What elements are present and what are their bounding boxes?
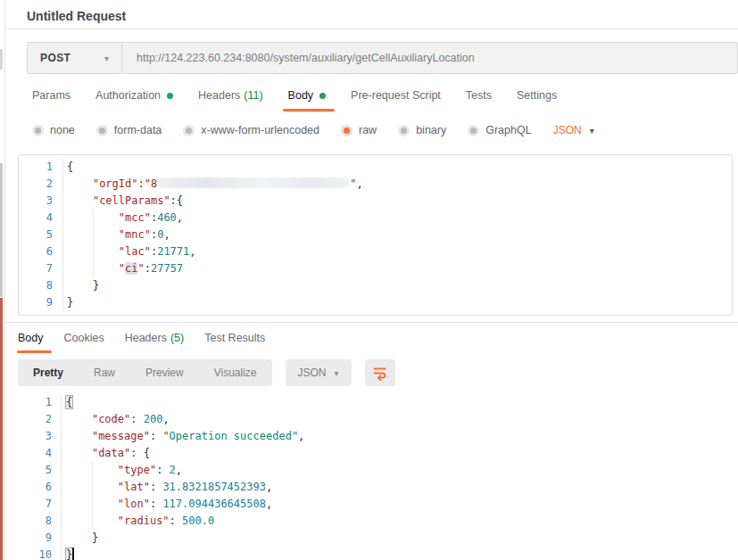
response-format-label: JSON	[298, 366, 327, 379]
response-tab-headers[interactable]: Headers(5)	[125, 332, 185, 346]
radio-binary[interactable]: binary	[398, 124, 446, 136]
code-line: 7 "ci":27757	[19, 260, 732, 277]
code-text: }	[53, 277, 99, 294]
line-number: 3	[18, 428, 52, 445]
code-text: "data": {	[52, 445, 150, 462]
radio-form-data[interactable]: form-data	[96, 124, 162, 136]
response-format-dropdown[interactable]: JSON ▾	[286, 359, 352, 386]
radio-graphql[interactable]: GraphQL	[468, 124, 531, 136]
response-view-mode-group: Pretty Raw Preview Visualize	[18, 359, 272, 386]
response-tab-cookies[interactable]: Cookies	[64, 332, 104, 346]
code-line: 6 "lat": 31.8321857452393,	[18, 479, 738, 496]
request-page: Untitled Request POST ▾ http://124.223.6…	[5, 0, 738, 560]
method-label: POST	[40, 52, 70, 64]
line-number: 2	[19, 176, 53, 193]
format-label: JSON	[553, 124, 582, 136]
tab-body[interactable]: Body	[288, 89, 327, 103]
radio-x-www-form-urlencoded[interactable]: x-www-form-urlencoded	[183, 124, 319, 136]
code-line: 6 "lac":21771,	[19, 243, 732, 260]
line-number: 5	[18, 462, 52, 479]
indent-guide	[93, 210, 94, 277]
code-text: "code": 200,	[52, 411, 170, 428]
radio-raw[interactable]: raw	[341, 124, 377, 136]
tab-tests[interactable]: Tests	[466, 89, 492, 103]
code-text: "mcc":460,	[53, 210, 183, 226]
code-line: 2 "code": 200,	[18, 411, 738, 428]
left-panel-orange-sliver	[0, 298, 3, 560]
request-body-editor[interactable]: 1{2 "orgId":"8",3 "cellParams":{4 "mcc":…	[18, 154, 733, 316]
redacted-value	[157, 177, 350, 188]
tab-headers[interactable]: Headers(11)	[198, 89, 263, 103]
code-line: 2 "orgId":"8",	[19, 176, 732, 193]
chevron-down-icon: ▾	[335, 368, 339, 378]
green-dot-icon	[167, 93, 173, 99]
request-title-row: Untitled Request	[5, 0, 738, 29]
request-url-bar: POST ▾ http://124.223.60.234:8080/system…	[27, 42, 738, 74]
chevron-down-icon: ▾	[590, 126, 594, 136]
response-tab-test-results[interactable]: Test Results	[204, 332, 265, 346]
code-text: }	[52, 547, 74, 560]
view-mode-visualize[interactable]: Visualize	[199, 359, 272, 386]
green-dot-icon	[319, 93, 326, 99]
method-dropdown[interactable]: POST ▾	[28, 43, 122, 73]
radio-icon	[183, 125, 195, 136]
code-text: "lat": 31.8321857452393,	[52, 479, 272, 496]
radio-icon-selected	[341, 125, 352, 136]
body-format-dropdown[interactable]: JSON ▾	[553, 124, 594, 136]
response-headers-count-badge: (5)	[170, 332, 184, 344]
gutter-separator	[61, 396, 62, 560]
line-number: 6	[18, 479, 52, 496]
code-text: }	[52, 530, 98, 547]
code-line: 9}	[19, 294, 732, 311]
code-line: 5 "type": 2,	[18, 462, 738, 479]
response-section-divider	[5, 322, 738, 323]
code-line: 8 }	[19, 277, 732, 294]
code-text: "lac":21771,	[53, 243, 196, 260]
code-text: "mnc":0,	[53, 226, 170, 243]
line-number: 7	[19, 260, 53, 277]
code-line: 3 "cellParams":{	[19, 193, 732, 210]
code-line: 1{	[18, 394, 738, 411]
radio-icon	[32, 125, 44, 136]
url-input[interactable]: http://124.223.60.234:8080/system/auxili…	[122, 43, 737, 73]
tab-settings[interactable]: Settings	[517, 89, 557, 103]
radio-icon	[468, 125, 479, 136]
line-number: 4	[18, 445, 52, 462]
indent-guide	[92, 462, 93, 530]
tab-params[interactable]: Params	[32, 89, 70, 103]
code-text: "lon": 117.094436645508,	[52, 496, 272, 513]
response-toolbar: Pretty Raw Preview Visualize JSON ▾	[18, 359, 738, 386]
line-number: 7	[18, 496, 52, 513]
gutter-separator	[62, 159, 63, 311]
body-type-selector: none form-data x-www-form-urlencoded raw…	[32, 124, 738, 136]
tab-authorization[interactable]: Authorization	[95, 89, 173, 103]
left-scrollbar-thumb-sliver	[0, 163, 3, 297]
view-mode-raw[interactable]: Raw	[79, 359, 130, 386]
code-line: 4 "data": {	[18, 445, 738, 462]
tab-pre-request-script[interactable]: Pre-request Script	[351, 89, 441, 103]
code-text: "orgId":"8",	[53, 176, 363, 193]
chevron-down-icon: ▾	[104, 54, 109, 63]
view-mode-preview[interactable]: Preview	[130, 359, 199, 386]
response-body-viewer[interactable]: 1{2 "code": 200,3 "message": "Operation …	[18, 394, 738, 560]
headers-count-badge: (11)	[244, 89, 262, 102]
code-text: "ci":27757	[53, 260, 183, 277]
request-tabs: Params Authorization Headers(11) Body Pr…	[32, 89, 738, 103]
code-text: "type": 2,	[52, 462, 182, 479]
radio-none[interactable]: none	[32, 124, 75, 136]
line-number: 3	[19, 193, 53, 210]
line-number: 8	[19, 277, 53, 294]
code-line: 5 "mnc":0,	[19, 226, 732, 243]
code-line: 4 "mcc":460,	[19, 210, 732, 226]
code-line: 1{	[19, 159, 732, 176]
line-number: 8	[18, 513, 52, 530]
wrap-lines-button[interactable]	[365, 359, 395, 386]
line-number: 9	[19, 294, 53, 311]
view-mode-pretty[interactable]: Pretty	[18, 359, 79, 386]
radio-icon	[96, 125, 108, 136]
response-tab-body[interactable]: Body	[18, 332, 44, 346]
left-panel-edge	[0, 0, 5, 560]
code-text: "message": "Operation succeeded",	[52, 428, 304, 445]
code-line: 3 "message": "Operation succeeded",	[18, 428, 738, 445]
code-text: "radius": 500.0	[52, 513, 214, 530]
